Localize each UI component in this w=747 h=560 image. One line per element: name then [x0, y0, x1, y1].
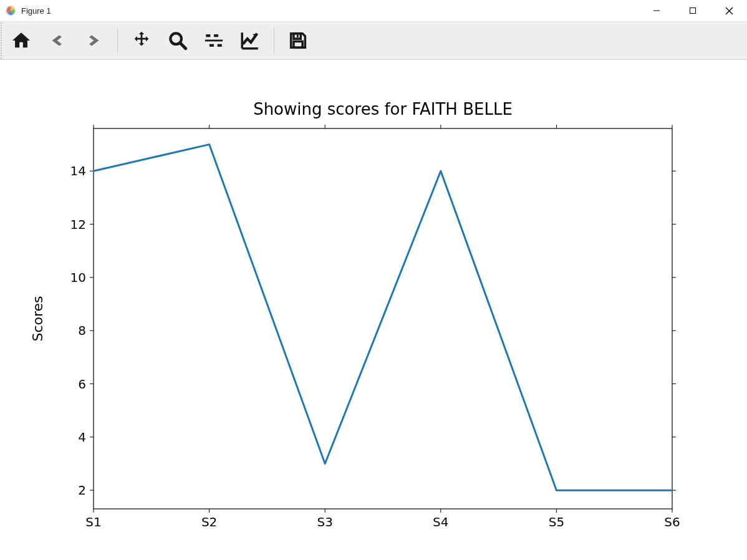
svg-rect-13 [297, 34, 299, 37]
zoom-button[interactable] [165, 28, 190, 53]
pan-button[interactable] [129, 28, 154, 53]
x-tick-label: S3 [317, 514, 332, 529]
y-tick-label: 14 [70, 163, 86, 178]
y-axis-label: Scores [30, 296, 46, 341]
y-tick-label: 6 [78, 377, 86, 392]
minimize-button[interactable] [639, 0, 675, 21]
x-tick-label: S2 [201, 514, 217, 529]
x-tick-label: S6 [664, 514, 680, 529]
y-tick-label: 2 [78, 483, 86, 498]
y-tick-label: 8 [78, 323, 86, 338]
app-icon [5, 5, 16, 16]
save-button[interactable] [286, 28, 311, 53]
y-tick-label: 10 [70, 270, 86, 285]
window-controls [639, 0, 747, 21]
close-button[interactable] [711, 0, 747, 21]
home-button[interactable] [9, 28, 34, 53]
toolbar-separator [117, 27, 118, 54]
svg-rect-14 [294, 41, 302, 47]
matplotlib-toolbar [0, 21, 747, 60]
back-button[interactable] [45, 28, 70, 53]
chart-canvas[interactable]: Showing scores for FAITH BELLEScores2468… [0, 60, 747, 560]
svg-rect-8 [214, 34, 218, 37]
x-tick-label: S4 [433, 514, 448, 529]
axes-button[interactable] [238, 28, 263, 53]
x-tick-label: S5 [549, 514, 564, 529]
chart-title: Showing scores for FAITH BELLE [253, 100, 513, 118]
window-title: Figure 1 [21, 6, 51, 16]
y-tick-label: 4 [78, 430, 86, 445]
svg-rect-7 [206, 34, 210, 37]
svg-rect-2 [690, 8, 696, 14]
svg-rect-10 [210, 44, 214, 47]
data-line [94, 145, 672, 491]
forward-button[interactable] [81, 28, 106, 53]
subplots-button[interactable] [201, 28, 226, 53]
window-titlebar: Figure 1 [0, 0, 747, 21]
line-chart: Showing scores for FAITH BELLEScores2468… [0, 60, 747, 560]
svg-rect-11 [218, 44, 222, 47]
svg-line-6 [180, 43, 186, 49]
x-tick-label: S1 [85, 514, 101, 529]
y-tick-label: 12 [70, 217, 86, 232]
maximize-button[interactable] [675, 0, 711, 21]
toolbar-separator [274, 27, 274, 54]
